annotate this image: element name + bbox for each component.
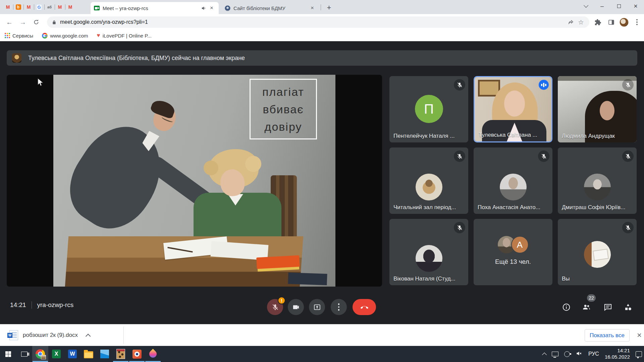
- maximize-button[interactable]: [610, 0, 627, 12]
- taskbar-word[interactable]: W: [64, 346, 80, 362]
- tab-meet[interactable]: Meet – yra-ozwp-rcs: [91, 2, 219, 14]
- desktop-screen: M b M G аб M M Meet – yra-ozwp-rcs Сайт …: [0, 0, 644, 362]
- bookmark-label: iLovePDF | Online P...: [103, 33, 152, 39]
- slide-text-line: плагіат: [262, 83, 304, 101]
- participant-tile-pokha[interactable]: Поха Анастасія Анато...: [474, 147, 552, 214]
- participant-tile-dmytrash[interactable]: Дмитраш Софія Юріїв...: [558, 147, 637, 214]
- taskbar-chrome[interactable]: [32, 346, 48, 362]
- minimize-button[interactable]: [594, 0, 610, 12]
- action-center-icon[interactable]: [636, 351, 642, 357]
- more-options-button[interactable]: [331, 299, 347, 315]
- tab-audio-icon[interactable]: [201, 5, 207, 11]
- participant-tile-vikovan[interactable]: Вікован Наталя (Студ...: [389, 219, 468, 285]
- activities-button[interactable]: [623, 302, 633, 312]
- presenting-banner-text: Тулевська Світлана Олексіївна (Бібліотек…: [28, 55, 245, 62]
- presentation-slide: плагіат вбиває довіру: [53, 75, 335, 287]
- presenter-avatar: [12, 53, 21, 63]
- pinned-tab-translate[interactable]: G: [34, 1, 44, 13]
- close-download-bar-icon[interactable]: [634, 330, 644, 341]
- taskbar-file-explorer[interactable]: [80, 346, 97, 362]
- chevron-down-icon: [584, 3, 588, 8]
- participant-tile-reading-room[interactable]: Читальний зал період...: [389, 147, 468, 214]
- tray-app-icon[interactable]: [564, 351, 570, 357]
- avatar: [500, 174, 527, 200]
- url-text[interactable]: meet.google.com/yra-ozwp-rcs?pli=1: [60, 19, 566, 25]
- photo-app-icon: [116, 349, 125, 359]
- chrome-icon: [36, 349, 45, 359]
- bookmark-star-icon[interactable]: [576, 17, 586, 27]
- hidden-icons-chevron[interactable]: [542, 353, 547, 357]
- bookmark-services[interactable]: Сервисы: [5, 33, 33, 39]
- mic-toggle-button[interactable]: !: [267, 299, 283, 315]
- tab-close-icon[interactable]: [309, 4, 316, 12]
- pinned-tab-translate-ab[interactable]: аб: [44, 1, 55, 13]
- camera-toggle-button[interactable]: [288, 299, 304, 315]
- taskbar-faststone[interactable]: [129, 346, 145, 362]
- taskbar-excel[interactable]: X: [48, 346, 64, 362]
- clock-date: 16.05.2022: [605, 354, 630, 360]
- participant-tile-liudmyla[interactable]: Людмила Андрущак: [558, 76, 637, 142]
- avatar: П: [415, 95, 443, 123]
- pinned-tab-gmail-4[interactable]: M: [65, 1, 75, 13]
- bookmark-label: www.google.com: [50, 33, 88, 39]
- pinned-tab-gmail-3[interactable]: M: [55, 1, 65, 13]
- tab-library-site[interactable]: Сайт бібліотеки БДМУ: [221, 2, 319, 14]
- participant-tile-tulevska[interactable]: Тулевська Світлана ...: [474, 76, 552, 142]
- back-button[interactable]: [4, 17, 15, 27]
- tab-separator: [321, 4, 321, 10]
- share-icon[interactable]: [566, 17, 576, 27]
- participant-name: Вы: [562, 276, 570, 282]
- chat-button[interactable]: [602, 302, 613, 312]
- participant-name: Пентелейчук Наталя ...: [393, 133, 454, 139]
- mic-off-icon: [454, 150, 465, 162]
- pinned-tab-gmail[interactable]: M: [3, 1, 13, 13]
- taskbar-clock[interactable]: 14:21 16.05.2022: [605, 348, 630, 360]
- participant-tile-overflow[interactable]: А Ещё 13 чел.: [474, 219, 552, 285]
- volume-muted-icon[interactable]: [576, 350, 583, 358]
- new-tab-button[interactable]: [324, 3, 334, 13]
- participant-tile-pentelejchuk[interactable]: П Пентелейчук Наталя ...: [389, 76, 468, 142]
- reload-button[interactable]: [31, 17, 42, 27]
- profile-avatar[interactable]: [620, 18, 629, 27]
- pinned-tab-orange-app[interactable]: b: [13, 1, 23, 13]
- gmail-icon: M: [26, 4, 32, 10]
- download-item[interactable]: W робзошит 2к (9).docx: [5, 328, 95, 343]
- mic-warning-badge: !: [278, 297, 285, 304]
- taskbar-mail[interactable]: [97, 346, 113, 362]
- show-all-downloads-button[interactable]: Показать все: [585, 329, 630, 342]
- bookmark-google[interactable]: www.google.com: [42, 33, 88, 39]
- network-display-icon[interactable]: [552, 352, 558, 356]
- participant-tile-you[interactable]: Вы: [558, 219, 637, 285]
- task-view-button[interactable]: [16, 346, 32, 362]
- taskbar-paint3d[interactable]: [145, 346, 161, 362]
- bookmarks-bar: Сервисы www.google.com iLovePDF | Online…: [0, 30, 644, 41]
- close-window-button[interactable]: [627, 0, 644, 12]
- tab-search-button[interactable]: [577, 0, 594, 12]
- participants-button[interactable]: [581, 302, 592, 312]
- library-site-favicon: [225, 5, 230, 11]
- extensions-icon[interactable]: [593, 17, 603, 27]
- browser-menu-icon[interactable]: [632, 17, 642, 27]
- start-button[interactable]: [0, 346, 16, 362]
- tab-close-icon[interactable]: [208, 4, 215, 12]
- windows-logo-icon: [5, 351, 11, 357]
- meeting-details-button[interactable]: [561, 302, 572, 312]
- gmail-icon: M: [5, 4, 11, 10]
- bookmark-ilovepdf[interactable]: iLovePDF | Online P...: [97, 32, 152, 39]
- end-call-button[interactable]: [353, 299, 376, 315]
- address-bar[interactable]: meet.google.com/yra-ozwp-rcs?pli=1: [47, 16, 589, 28]
- avatar: [584, 174, 611, 200]
- language-indicator[interactable]: РУС: [588, 351, 599, 357]
- present-screen-button[interactable]: [309, 299, 325, 315]
- forward-button[interactable]: [17, 17, 28, 27]
- download-bar: W робзошит 2к (9).docx Показать все: [0, 324, 644, 346]
- taskbar-photo-app[interactable]: [113, 346, 129, 362]
- mouse-cursor: [38, 78, 44, 88]
- participant-name: Тулевська Світлана ...: [479, 132, 537, 138]
- lock-icon: [52, 19, 57, 25]
- browser-tab-strip: M b M G аб M M Meet – yra-ozwp-rcs Сайт …: [0, 0, 644, 14]
- pinned-tab-gmail-2[interactable]: M: [23, 1, 34, 13]
- side-panel-icon[interactable]: [606, 17, 616, 27]
- presentation-main-tile[interactable]: плагіат вбиває довіру: [7, 75, 382, 287]
- chevron-up-icon[interactable]: [86, 334, 91, 339]
